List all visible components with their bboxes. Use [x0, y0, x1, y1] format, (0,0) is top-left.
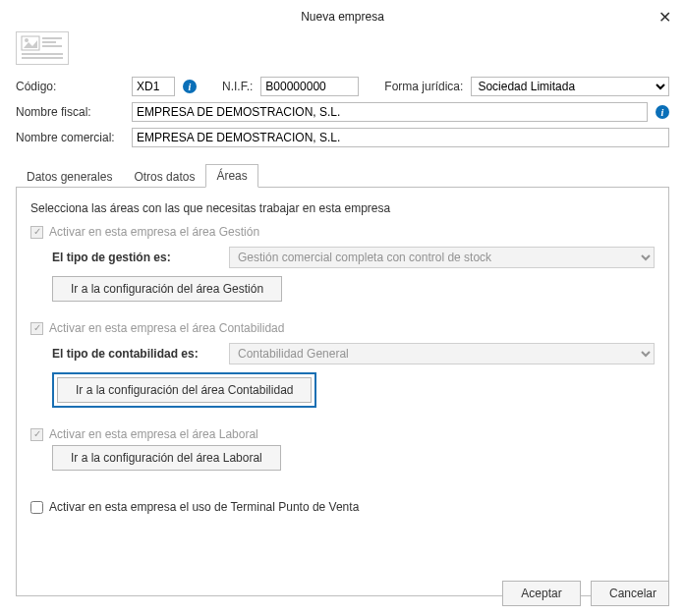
- svg-rect-7: [22, 57, 63, 59]
- checkbox-contabilidad: ✓: [30, 322, 43, 335]
- input-nif[interactable]: [260, 77, 359, 96]
- checkbox-tpv[interactable]: [30, 501, 43, 514]
- row-nombre-fiscal: Nombre fiscal: i: [16, 102, 669, 122]
- tab-panel-areas: Selecciona las áreas con las que necesit…: [16, 188, 669, 596]
- select-tipo-contabilidad: Contabilidad General: [229, 343, 655, 364]
- accept-button[interactable]: Aceptar: [502, 581, 581, 606]
- input-codigo[interactable]: [132, 77, 175, 96]
- svg-rect-3: [42, 37, 62, 39]
- select-forma-juridica[interactable]: Sociedad Limitada: [471, 77, 669, 96]
- dialog-title: Nueva empresa: [0, 0, 685, 24]
- svg-rect-4: [42, 41, 56, 43]
- svg-rect-5: [42, 45, 62, 47]
- tab-otros-datos[interactable]: Otros datos: [123, 165, 205, 188]
- input-nombre-comercial[interactable]: [132, 128, 669, 147]
- info-icon[interactable]: i: [183, 80, 197, 93]
- tab-datos-generales[interactable]: Datos generales: [16, 165, 123, 188]
- checkbox-row-laboral: ✓ Activar en esta empresa el área Labora…: [30, 427, 655, 441]
- dialog-nueva-empresa: ✕ Nueva empresa Código: i N.I.F.: Forma: [0, 0, 685, 616]
- checkbox-laboral-label: Activar en esta empresa el área Laboral: [49, 427, 258, 441]
- label-nombre-fiscal: Nombre fiscal:: [16, 105, 124, 119]
- label-nombre-comercial: Nombre comercial:: [16, 131, 124, 144]
- label-tipo-contabilidad: El tipo de contabilidad es:: [52, 347, 219, 361]
- dialog-footer: Aceptar Cancelar: [502, 581, 669, 606]
- button-config-contabilidad[interactable]: Ir a la configuración del área Contabili…: [57, 377, 312, 403]
- checkbox-contabilidad-label: Activar en esta empresa el área Contabil…: [49, 321, 284, 335]
- checkbox-gestion: ✓: [30, 226, 43, 239]
- page-thumbnail-icon[interactable]: [16, 31, 69, 65]
- gestion-subsection: El tipo de gestión es: Gestión comercial…: [52, 247, 655, 302]
- tab-areas[interactable]: Áreas: [205, 164, 257, 188]
- tab-strip: Datos generales Otros datos Áreas: [16, 163, 669, 188]
- checkbox-row-gestion: ✓ Activar en esta empresa el área Gestió…: [30, 225, 655, 239]
- button-config-laboral[interactable]: Ir a la configuración del área Laboral: [52, 445, 281, 471]
- contabilidad-subsection: El tipo de contabilidad es: Contabilidad…: [52, 343, 655, 408]
- row-codigo-nif-forma: Código: i N.I.F.: Forma jurídica: Socied…: [16, 77, 669, 96]
- checkbox-row-contabilidad: ✓ Activar en esta empresa el área Contab…: [30, 321, 655, 335]
- svg-rect-6: [22, 53, 63, 55]
- select-tipo-gestion: Gestión comercial completa con control d…: [229, 247, 655, 268]
- checkbox-laboral: ✓: [30, 428, 43, 441]
- label-forma-juridica: Forma jurídica:: [384, 80, 463, 93]
- info-icon[interactable]: i: [656, 105, 669, 119]
- svg-point-2: [25, 38, 29, 42]
- input-nombre-fiscal[interactable]: [132, 102, 648, 122]
- close-icon[interactable]: ✕: [658, 8, 671, 27]
- checkbox-row-tpv: Activar en esta empresa el uso de Termin…: [30, 500, 655, 514]
- label-codigo: Código:: [16, 80, 124, 93]
- laboral-subsection: Ir a la configuración del área Laboral: [52, 445, 655, 471]
- header-area: Código: i N.I.F.: Forma jurídica: Socied…: [0, 24, 685, 147]
- button-config-gestion[interactable]: Ir a la configuración del área Gestión: [52, 276, 282, 302]
- checkbox-gestion-label: Activar en esta empresa el área Gestión: [49, 225, 259, 239]
- areas-intro-text: Selecciona las áreas con las que necesit…: [30, 201, 655, 215]
- label-tipo-gestion: El tipo de gestión es:: [52, 251, 219, 264]
- highlight-config-contabilidad: Ir a la configuración del área Contabili…: [52, 372, 316, 408]
- row-nombre-comercial: Nombre comercial:: [16, 128, 669, 147]
- cancel-button[interactable]: Cancelar: [591, 581, 669, 606]
- label-nif: N.I.F.:: [222, 80, 253, 93]
- checkbox-tpv-label: Activar en esta empresa el uso de Termin…: [49, 500, 359, 514]
